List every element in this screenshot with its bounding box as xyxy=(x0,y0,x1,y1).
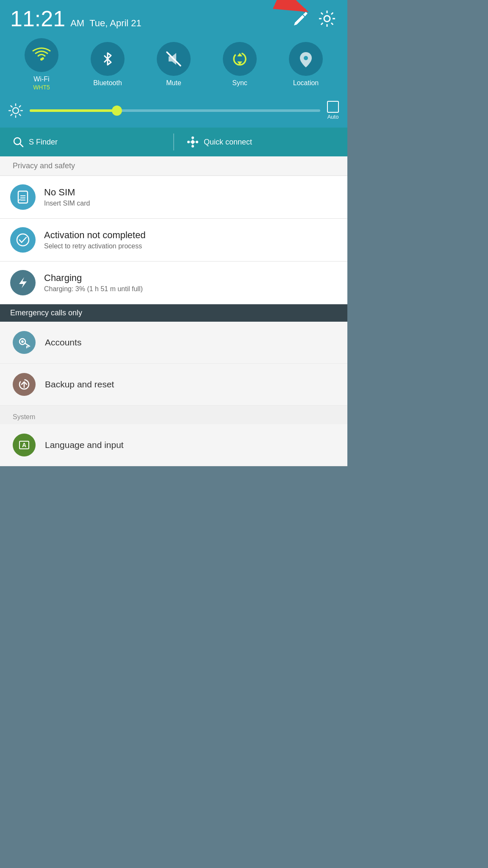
sim-icon xyxy=(16,190,30,204)
svg-marker-45 xyxy=(19,277,27,288)
settings-list: Accounts Backup and reset System A Langu… xyxy=(0,322,347,466)
accounts-settings-item[interactable]: Accounts xyxy=(0,322,347,364)
svg-point-33 xyxy=(191,136,194,139)
svg-line-8 xyxy=(321,13,323,14)
language-settings-item[interactable]: A Language and input xyxy=(0,424,347,466)
notifications-list: No SIM Insert SIM card Activation not co… xyxy=(0,176,347,304)
bluetooth-toggle[interactable]: Bluetooth xyxy=(91,42,125,87)
search-bar: S Finder Quick connect xyxy=(0,128,347,156)
status-icons xyxy=(291,8,337,29)
bluetooth-icon xyxy=(98,50,117,68)
activation-subtitle: Select to retry activation process xyxy=(44,242,337,250)
status-bar: 11:21 AM Tue, April 21 xyxy=(0,0,347,34)
bolt-icon xyxy=(16,275,30,290)
quick-connect-button[interactable]: Quick connect xyxy=(174,136,347,148)
no-sim-title: No SIM xyxy=(44,187,337,198)
brightness-slider[interactable] xyxy=(30,109,320,112)
location-toggle[interactable]: Location xyxy=(289,42,323,87)
check-circle-icon xyxy=(16,233,30,247)
language-icon: A xyxy=(18,439,30,451)
brightness-fill xyxy=(30,109,117,112)
quick-connect-label: Quick connect xyxy=(204,138,252,147)
location-toggle-circle[interactable] xyxy=(289,42,323,76)
key-icon xyxy=(18,336,30,349)
svg-point-32 xyxy=(196,141,198,143)
clock-ampm: AM xyxy=(70,18,84,29)
svg-point-3 xyxy=(324,16,330,22)
system-section-header: System xyxy=(0,406,347,424)
svg-point-50 xyxy=(21,340,24,343)
search-icon xyxy=(13,136,24,147)
brightness-icon xyxy=(8,103,23,118)
status-date: Tue, April 21 xyxy=(89,18,141,29)
backup-label: Backup and reset xyxy=(45,379,114,389)
svg-line-24 xyxy=(11,106,12,107)
language-label: Language and input xyxy=(45,440,124,450)
s-finder-button[interactable]: S Finder xyxy=(0,136,173,147)
sync-toggle[interactable]: Sync xyxy=(223,42,257,87)
backup-icon-circle xyxy=(13,373,36,396)
auto-label: Auto xyxy=(327,114,339,120)
location-label: Location xyxy=(293,79,319,87)
charging-title: Charging xyxy=(44,273,337,284)
no-sim-icon-circle xyxy=(10,184,36,210)
auto-brightness-button[interactable]: Auto xyxy=(327,101,339,120)
svg-line-27 xyxy=(11,114,12,115)
svg-point-19 xyxy=(13,108,19,114)
location-icon xyxy=(297,50,315,68)
activation-notification[interactable]: Activation not completed Select to retry… xyxy=(0,219,347,262)
no-sim-content: No SIM Insert SIM card xyxy=(44,187,337,207)
emergency-bar: Emergency calls only xyxy=(0,304,347,322)
svg-point-31 xyxy=(187,141,190,143)
svg-line-1 xyxy=(263,0,305,11)
accounts-label: Accounts xyxy=(45,337,81,348)
wifi-toggle[interactable]: Wi-Fi WHT5 xyxy=(25,38,58,91)
svg-point-18 xyxy=(304,56,308,60)
svg-line-10 xyxy=(331,13,333,14)
settings-peek: Privacy and safety xyxy=(0,156,347,176)
charging-content: Charging Charging: 3% (1 h 51 m until fu… xyxy=(44,273,337,293)
bluetooth-toggle-circle[interactable] xyxy=(91,42,125,76)
sync-toggle-circle[interactable] xyxy=(223,42,257,76)
brightness-thumb xyxy=(112,106,122,116)
wifi-toggle-circle[interactable] xyxy=(25,38,58,72)
sync-icon xyxy=(230,50,249,68)
wifi-label: Wi-Fi xyxy=(33,75,49,83)
no-sim-notification[interactable]: No SIM Insert SIM card xyxy=(0,176,347,219)
accounts-icon-circle xyxy=(13,331,36,354)
activation-title: Activation not completed xyxy=(44,230,337,241)
backup-icon xyxy=(18,378,30,391)
settings-peek-text: Privacy and safety xyxy=(13,161,75,170)
mute-toggle[interactable]: Mute xyxy=(157,42,191,87)
language-icon-circle: A xyxy=(13,434,36,456)
wifi-sublabel: WHT5 xyxy=(33,84,50,91)
activation-content: Activation not completed Select to retry… xyxy=(44,230,337,250)
charging-icon-circle xyxy=(10,270,36,295)
backup-settings-item[interactable]: Backup and reset xyxy=(0,364,347,406)
no-sim-subtitle: Insert SIM card xyxy=(44,200,337,207)
mute-toggle-circle[interactable] xyxy=(157,42,191,76)
mute-icon xyxy=(164,50,183,68)
svg-marker-16 xyxy=(237,53,242,56)
settings-button[interactable] xyxy=(317,8,337,29)
svg-line-9 xyxy=(331,23,333,25)
svg-rect-39 xyxy=(18,191,28,203)
svg-line-29 xyxy=(20,144,23,147)
svg-line-26 xyxy=(19,106,21,107)
svg-point-30 xyxy=(191,140,194,144)
toggle-row: Wi-Fi WHT5 Bluetooth Mute xyxy=(0,34,347,97)
wifi-icon xyxy=(32,46,51,64)
red-arrow-annotation xyxy=(259,0,314,17)
svg-point-34 xyxy=(191,145,194,147)
svg-point-12 xyxy=(40,58,43,61)
svg-line-11 xyxy=(321,23,323,25)
charging-notification[interactable]: Charging Charging: 3% (1 h 51 m until fu… xyxy=(0,262,347,304)
brightness-row: Auto xyxy=(0,97,347,128)
svg-point-44 xyxy=(17,234,29,246)
svg-text:A: A xyxy=(22,442,26,448)
quick-connect-icon xyxy=(187,136,199,148)
emergency-text: Emergency calls only xyxy=(10,309,82,317)
clock-time: 11:21 xyxy=(10,8,65,30)
time-area: 11:21 AM Tue, April 21 xyxy=(10,8,141,30)
quick-settings-panel: 11:21 AM Tue, April 21 xyxy=(0,0,347,156)
